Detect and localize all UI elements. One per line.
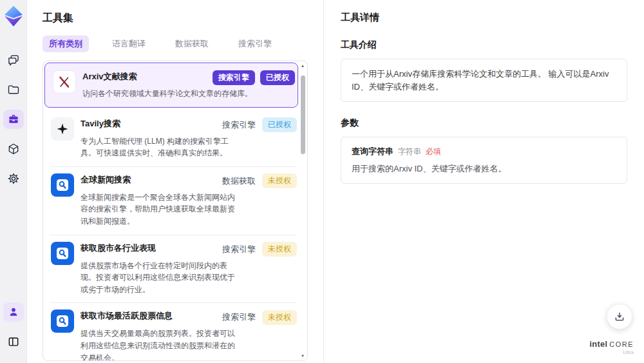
arxiv-logo-icon: [53, 70, 76, 93]
intel-wordmark: intel: [589, 339, 607, 349]
download-button[interactable]: [607, 304, 632, 329]
tool-list-item-most-active-stocks[interactable]: 获取市场最活跃股票信息 搜索引擎 未授权 提供当天交易量最高的股票列表。投资者可…: [43, 302, 299, 361]
tool-list: Arxiv文献搜索 搜索引擎 已授权 访问各个研究领域大量科学论文和文章的存储库…: [43, 61, 308, 361]
tool-description: 访问各个研究领域大量科学论文和文章的存储库。: [82, 88, 256, 100]
panel-toggle-icon[interactable]: [3, 332, 24, 351]
params-heading: 参数: [341, 117, 627, 129]
auth-badge: 已授权: [262, 117, 297, 132]
app-logo-icon[interactable]: [4, 5, 23, 27]
intro-text: 一个用于从Arxiv存储库搜索科学论文和文章的工具。 输入可以是Arxiv ID…: [352, 68, 616, 93]
intro-box: 一个用于从Arxiv存储库搜索科学论文和文章的工具。 输入可以是Arxiv ID…: [341, 59, 627, 102]
category-badge: 搜索引擎: [213, 70, 255, 85]
cube-icon[interactable]: [3, 139, 24, 159]
tool-list-item-global-news[interactable]: 全球新闻搜索 数据获取 未授权 全球新闻搜索是一个聚合全球各大新闻网站内容的搜索…: [43, 166, 299, 235]
category-label: 搜索引擎: [221, 242, 257, 257]
intel-core-logo: intelCORE Ultra: [589, 339, 634, 355]
chat-icon[interactable]: [3, 50, 24, 70]
sparkle-icon: [51, 117, 74, 141]
category-label: 搜索引擎: [221, 309, 257, 325]
tool-description: 提供股票市场各个行业在特定时间段内的表现。投资者可以利用这些信息来识别表现优于或…: [80, 260, 242, 296]
tool-list-item-tavily[interactable]: Tavily搜索 搜索引擎 已授权 专为人工智能代理 (LLM) 构建的搜索引擎…: [43, 110, 299, 166]
tool-name: Arxiv文献搜索: [82, 70, 137, 83]
auth-badge: 已授权: [260, 70, 295, 85]
tab-all-categories[interactable]: 所有类别: [43, 35, 89, 52]
tool-name: 获取股市各行业表现: [80, 242, 156, 254]
category-tabs: 所有类别 语言翻译 数据获取 搜索引擎: [43, 35, 308, 52]
toolbox-icon[interactable]: [3, 110, 24, 129]
param-description: 用于搜索的Arxiv ID、关键字或作者姓名。: [352, 163, 616, 175]
tool-name: 获取市场最活跃股票信息: [80, 309, 173, 322]
app-window: 工具集 所有类别 语言翻译 数据获取 搜索引擎 Arxiv文献搜索: [0, 0, 644, 363]
tool-name: 全球新闻搜索: [80, 173, 131, 186]
tab-search-engine[interactable]: 搜索引擎: [232, 35, 278, 52]
category-label: 数据获取: [221, 173, 257, 189]
category-label: 搜索引擎: [221, 117, 257, 133]
search-tile-icon: [51, 173, 74, 197]
intel-sub-label: Ultra: [589, 349, 634, 355]
param-name: 查询字符串: [352, 146, 393, 157]
param-box: 查询字符串 字符串 必填 用于搜索的Arxiv ID、关键字或作者姓名。: [341, 137, 627, 184]
search-tile-icon: [51, 242, 74, 265]
scrollbar-down-arrow[interactable]: ▼: [299, 353, 306, 358]
tool-name: Tavily搜索: [80, 117, 120, 130]
tool-description: 提供当天交易量最高的股票列表。投资者可以利用这些信息来识别流动性强的股票和潜在的…: [80, 328, 242, 361]
details-title: 工具详情: [341, 12, 627, 24]
tools-panel: 工具集 所有类别 语言翻译 数据获取 搜索引擎 Arxiv文献搜索: [27, 0, 323, 363]
auth-badge: 未授权: [262, 310, 297, 325]
tool-list-item-sector-performance[interactable]: 获取股市各行业表现 搜索引擎 未授权 提供股票市场各个行业在特定时间段内的表现。…: [43, 235, 299, 303]
core-wordmark: CORE: [609, 340, 634, 348]
tool-description: 全球新闻搜索是一个聚合全球各大新闻网站内容的搜索引擎，帮助用户快速获取全球最新资…: [80, 191, 242, 228]
scrollbar-thumb[interactable]: [301, 75, 305, 154]
search-tile-icon: [51, 309, 74, 333]
gear-icon[interactable]: [3, 169, 24, 188]
auth-badge: 未授权: [262, 173, 297, 188]
tool-details-panel: 工具详情 工具介绍 一个用于从Arxiv存储库搜索科学论文和文章的工具。 输入可…: [324, 0, 644, 363]
tool-list-item-arxiv[interactable]: Arxiv文献搜索 搜索引擎 已授权 访问各个研究领域大量科学论文和文章的存储库…: [44, 63, 298, 108]
param-required-flag: 必填: [426, 146, 441, 157]
scrollbar-up-arrow[interactable]: ▲: [299, 63, 306, 68]
tool-description: 专为人工智能代理 (LLM) 构建的搜索引擎工具。可快速提供实时、准确和真实的结…: [80, 135, 242, 159]
page-title: 工具集: [43, 12, 308, 25]
intro-heading: 工具介绍: [341, 39, 627, 51]
tab-data-fetch[interactable]: 数据获取: [169, 35, 215, 52]
user-icon[interactable]: [3, 302, 24, 322]
auth-badge: 未授权: [262, 242, 297, 257]
tab-language-translation[interactable]: 语言翻译: [106, 35, 152, 52]
param-type: 字符串: [398, 146, 421, 157]
folder-icon[interactable]: [3, 80, 24, 99]
left-rail: [0, 0, 27, 363]
